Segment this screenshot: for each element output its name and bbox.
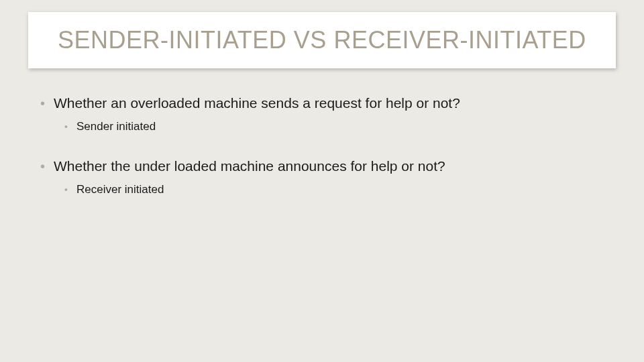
bullet-level1: • Whether the under loaded machine annou… [40, 157, 604, 176]
bullet-text: Whether the under loaded machine announc… [54, 157, 445, 176]
bullet-text: Whether an overloaded machine sends a re… [54, 94, 460, 113]
title-box: SENDER-INITIATED VS RECEIVER-INITIATED [28, 12, 616, 68]
content-area: • Whether an overloaded machine sends a … [40, 94, 604, 220]
bullet-text: Receiver initiated [76, 182, 164, 197]
bullet-level2: • Sender initiated [64, 119, 604, 134]
bullet-dot-icon: • [40, 157, 54, 176]
bullet-dot-icon: • [64, 119, 76, 134]
slide-title: SENDER-INITIATED VS RECEIVER-INITIATED [58, 26, 586, 54]
bullet-level2: • Receiver initiated [64, 182, 604, 197]
bullet-text: Sender initiated [76, 119, 156, 134]
bullet-level1: • Whether an overloaded machine sends a … [40, 94, 604, 113]
bullet-dot-icon: • [64, 182, 76, 197]
bullet-dot-icon: • [40, 94, 54, 113]
